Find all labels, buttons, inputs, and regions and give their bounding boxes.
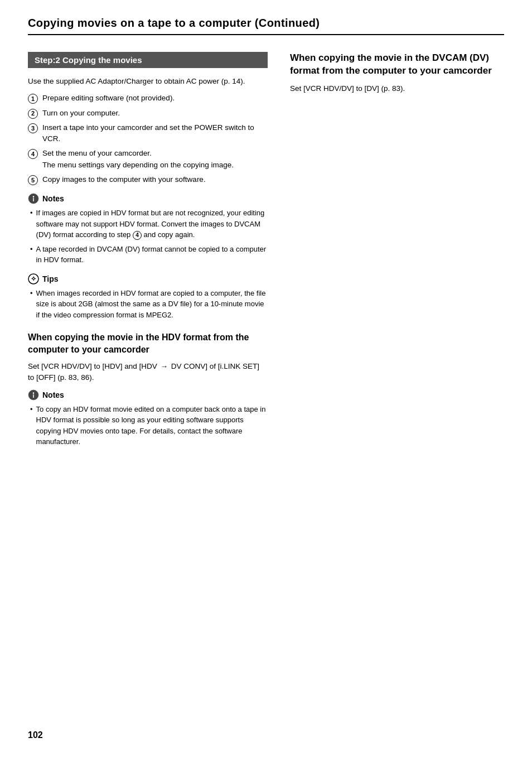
- step-1: 1 Prepare editing software (not provided…: [28, 93, 268, 104]
- arrow-icon: →: [161, 361, 168, 372]
- step-4: 4 Set the menu of your camcorder. The me…: [28, 148, 268, 171]
- step-3: 3 Insert a tape into your camcorder and …: [28, 122, 268, 145]
- notes-icon: i: [28, 193, 39, 204]
- tips-label: Tips: [42, 274, 59, 283]
- hdv-notes-section: i Notes To copy an HDV format movie edit…: [28, 389, 268, 447]
- page-title: Copying movies on a tape to a computer (…: [28, 17, 504, 35]
- notes-list: If images are copied in HDV format but a…: [28, 208, 268, 266]
- tip-item-1: When images recorded in HDV format are c…: [30, 288, 268, 321]
- hdv-notes-label: Notes: [42, 390, 64, 399]
- intro-text: Use the supplied AC Adaptor/Charger to o…: [28, 76, 268, 87]
- step-num-3: 3: [28, 123, 38, 133]
- step-4-text: Set the menu of your camcorder. The menu…: [42, 148, 234, 171]
- step-5-text: Copy images to the computer with your so…: [42, 174, 206, 185]
- step-num-5: 5: [28, 175, 38, 185]
- hdv-note-1-text: To copy an HDV format movie edited on a …: [36, 404, 268, 447]
- left-column: Step:2 Copying the movies Use the suppli…: [28, 52, 268, 455]
- note-2-text: A tape recorded in DVCAM (DV) format can…: [36, 244, 268, 266]
- page-number: 102: [28, 730, 43, 740]
- hdv-notes-list: To copy an HDV format movie edited on a …: [28, 404, 268, 447]
- step-num-2: 2: [28, 109, 38, 119]
- hdv-notes-icon: i: [28, 389, 39, 401]
- notes-header: i Notes: [28, 193, 268, 204]
- steps-list: 1 Prepare editing software (not provided…: [28, 93, 268, 185]
- right-column: When copying the movie in the DVCAM (DV)…: [290, 52, 504, 455]
- tip-1-text: When images recorded in HDV format are c…: [36, 288, 268, 321]
- note-1-text: If images are copied in HDV format but a…: [36, 208, 268, 240]
- hdv-note-item-1: To copy an HDV format movie edited on a …: [30, 404, 268, 447]
- tips-list: When images recorded in HDV format are c…: [28, 288, 268, 321]
- svg-point-2: [33, 196, 34, 197]
- svg-text:✧: ✧: [31, 275, 36, 283]
- svg-point-7: [33, 392, 34, 393]
- hdv-body-text: Set [VCR HDV/DV] to [HDV] and [HDV → DV …: [28, 361, 268, 384]
- tips-section: ✧ Tips When images recorded in HDV forma…: [28, 273, 268, 321]
- step-2-text: Turn on your computer.: [42, 108, 120, 119]
- step-num-4: 4: [28, 149, 38, 159]
- note-item-2: A tape recorded in DVCAM (DV) format can…: [30, 244, 268, 266]
- step-3-text: Insert a tape into your camcorder and se…: [42, 122, 268, 145]
- dvcam-section-heading: When copying the movie in the DVCAM (DV)…: [290, 52, 504, 78]
- notes-label: Notes: [42, 194, 64, 203]
- step-5: 5 Copy images to the computer with your …: [28, 174, 268, 185]
- notes-section: i Notes If images are copied in HDV form…: [28, 193, 268, 266]
- step-2: 2 Turn on your computer.: [28, 108, 268, 119]
- note-item-1: If images are copied in HDV format but a…: [30, 208, 268, 240]
- step-1-text: Prepare editing software (not provided).: [42, 93, 175, 104]
- step-num-1: 1: [28, 94, 38, 104]
- step-header: Step:2 Copying the movies: [28, 52, 268, 68]
- tips-header: ✧ Tips: [28, 273, 268, 285]
- hdv-notes-header: i Notes: [28, 389, 268, 401]
- tips-icon: ✧: [28, 273, 39, 285]
- dvcam-body-text: Set [VCR HDV/DV] to [DV] (p. 83).: [290, 83, 504, 94]
- hdv-section-heading: When copying the movie in the HDV format…: [28, 331, 268, 355]
